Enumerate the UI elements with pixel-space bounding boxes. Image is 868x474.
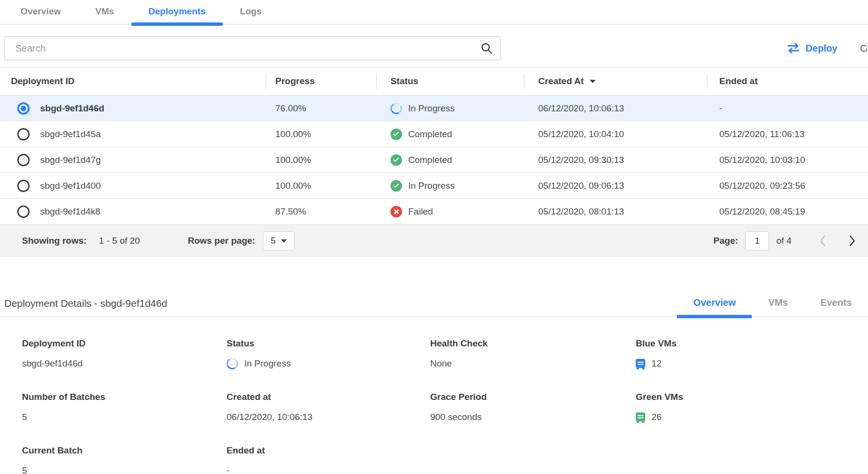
detail-field-label: Health Check — [430, 338, 636, 349]
tab-overview[interactable]: Overview — [3, 0, 78, 24]
detail-field: Blue VMs 12 — [636, 338, 868, 370]
table-pagination-bar: Showing rows: 1 - 5 of 20 Rows per page:… — [0, 225, 868, 257]
column-header-progress[interactable]: Progress — [266, 67, 376, 95]
created-at-cell: 05/12/2020, 10:04:10 — [524, 129, 707, 140]
row-radio-button[interactable] — [17, 154, 30, 166]
deployment-id-cell: sbgd-9ef1d46d — [40, 103, 104, 114]
detail-field-value: - — [227, 464, 430, 474]
progress-cell: 100.00% — [266, 155, 376, 165]
detail-field-value: None — [430, 357, 636, 370]
detail-field-value-text: 06/12/2020, 10:06:13 — [227, 412, 313, 422]
table-row[interactable]: sbgd-9ef1d400 100.00% In Progress 05/12/… — [0, 173, 868, 199]
refresh-icon[interactable] — [860, 38, 868, 58]
table-body: sbgd-9ef1d46d 76.00% In Progress 06/12/2… — [0, 96, 868, 225]
row-radio-button[interactable] — [17, 102, 30, 115]
table-header: Deployment ID Progress Status Created At… — [0, 67, 868, 96]
row-radio-button[interactable] — [17, 128, 30, 140]
check-circle-icon — [391, 129, 402, 140]
ended-at-cell: 05/12/2020, 10:03:10 — [707, 155, 868, 165]
detail-field-value-text: - — [227, 465, 229, 474]
tab-deployments[interactable]: Deployments — [131, 0, 223, 24]
search-icon — [480, 42, 493, 54]
vm-icon — [636, 412, 645, 421]
status-cell: In Progress — [376, 180, 524, 192]
ended-at-cell: 05/12/2020, 09:23:56 — [707, 181, 868, 191]
detail-field-value-text: 900 seconds — [430, 412, 482, 422]
detail-field-label: Number of Batches — [22, 392, 227, 402]
detail-field-label: Ended at — [227, 445, 430, 456]
table-row[interactable]: sbgd-9ef1d46d 76.00% In Progress 06/12/2… — [0, 96, 868, 121]
detail-field-value: 5 — [22, 464, 227, 474]
page-number-input[interactable] — [745, 231, 769, 250]
tab-vms[interactable]: VMs — [78, 0, 131, 24]
page-controls: Page: of 4 — [714, 231, 857, 250]
created-at-cell: 05/12/2020, 09:06:13 — [524, 181, 707, 191]
detail-field-value: 12 — [636, 357, 868, 370]
search-input[interactable] — [5, 43, 480, 54]
previous-page-button[interactable] — [817, 233, 828, 248]
status-text: Completed — [408, 155, 452, 165]
column-header-created-at[interactable]: Created At — [524, 67, 707, 95]
top-tab-bar: Overview VMs Deployments Logs — [0, 0, 868, 25]
created-at-cell: 05/12/2020, 09:30:13 — [524, 155, 707, 165]
ended-at-cell: 05/12/2020, 11:06:13 — [707, 129, 868, 140]
vm-icon — [636, 359, 645, 368]
progress-cell: 87.50% — [266, 206, 376, 217]
detail-field-label: Deployment ID — [22, 338, 227, 349]
column-header-status[interactable]: Status — [376, 67, 524, 95]
column-header-ended-at[interactable]: Ended at — [707, 67, 868, 95]
status-text: Completed — [408, 129, 452, 140]
detail-field-value: In Progress — [227, 357, 430, 370]
details-tab-events[interactable]: Events — [804, 297, 868, 316]
details-tab-bar: Overview VMs Events — [677, 297, 868, 316]
row-radio-button[interactable] — [17, 205, 30, 218]
detail-field-value-text: In Progress — [244, 358, 291, 369]
deployment-id-cell: sbgd-9ef1d4k8 — [40, 206, 100, 217]
column-header-deployment-id[interactable]: Deployment ID — [0, 67, 266, 95]
rows-per-page-label: Rows per page: — [188, 236, 255, 246]
detail-field: Deployment ID sbgd-9ef1d46d — [22, 338, 227, 370]
table-row[interactable]: sbgd-9ef1d47g 100.00% Completed 05/12/20… — [0, 147, 868, 173]
progress-cell: 76.00% — [266, 103, 376, 114]
detail-field: Current Batch 5 — [22, 445, 227, 474]
deployment-id-cell: sbgd-9ef1d45a — [40, 129, 101, 140]
status-text: In Progress — [408, 103, 455, 114]
detail-field-value-text: None — [430, 358, 452, 369]
deployment-id-cell: sbgd-9ef1d47g — [40, 155, 101, 165]
tab-logs[interactable]: Logs — [223, 0, 279, 24]
next-page-button[interactable] — [847, 233, 857, 248]
detail-field-value: 900 seconds — [430, 410, 636, 423]
detail-field: Health Check None — [430, 338, 636, 370]
detail-field-value: 26 — [636, 410, 868, 423]
row-radio-button[interactable] — [17, 180, 30, 192]
detail-field: Status In Progress — [227, 338, 430, 370]
detail-field: Number of Batches 5 — [22, 392, 227, 423]
detail-field: Ended at - — [227, 445, 430, 474]
detail-field-value: 06/12/2020, 10:06:13 — [227, 410, 430, 423]
deployment-id-cell: sbgd-9ef1d400 — [40, 181, 101, 191]
showing-rows-value: 1 - 5 of 20 — [99, 236, 140, 246]
status-cell: In Progress — [376, 103, 524, 114]
rows-per-page-select[interactable]: 5 — [263, 231, 294, 250]
deploy-button[interactable]: Deploy — [787, 43, 837, 54]
deployments-table: Deployment ID Progress Status Created At… — [0, 67, 868, 225]
table-row[interactable]: sbgd-9ef1d45a 100.00% Completed 05/12/20… — [0, 121, 868, 147]
detail-field-value-text: sbgd-9ef1d46d — [22, 358, 83, 369]
ended-at-cell: 05/12/2020, 08:45:19 — [707, 206, 868, 217]
sort-desc-icon — [590, 80, 596, 83]
detail-field-value-text: 26 — [651, 412, 662, 422]
status-cell: Failed — [376, 206, 524, 217]
detail-field: Grace Period 900 seconds — [430, 392, 636, 423]
details-tab-overview[interactable]: Overview — [677, 297, 752, 316]
details-header: Deployment Details - sbgd-9ef1d46d Overv… — [0, 291, 868, 317]
detail-field-value: 5 — [22, 410, 227, 423]
page-label: Page: — [714, 236, 738, 246]
ended-at-cell: - — [707, 103, 868, 114]
spinner-icon — [389, 101, 403, 115]
detail-field-label: Current Batch — [22, 445, 227, 456]
details-tab-vms[interactable]: VMs — [752, 297, 804, 316]
table-row[interactable]: sbgd-9ef1d4k8 87.50% Failed 05/12/2020, … — [0, 199, 868, 225]
progress-cell: 100.00% — [266, 129, 376, 140]
deploy-button-label: Deploy — [805, 43, 837, 54]
detail-field: Green VMs 26 — [636, 392, 868, 423]
